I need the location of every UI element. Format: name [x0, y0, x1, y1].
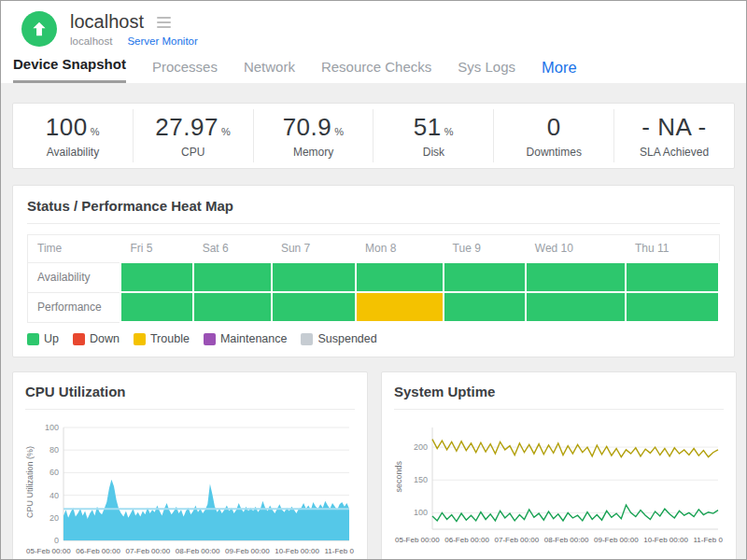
x-tick-label: 09-Feb 00:00 [594, 536, 639, 544]
up-arrow-icon [29, 19, 49, 39]
uptime-chart-xaxis: 05-Feb 00:0006-Feb 00:0007-Feb 00:0008-F… [394, 536, 724, 544]
stat-unit: % [444, 126, 454, 137]
system-uptime-chart: 100150200 [406, 420, 724, 534]
heatmap-col-sun-7: Sun 7 [272, 235, 356, 263]
heatmap-cell-availability-thu-11[interactable] [626, 262, 719, 292]
tab-processes[interactable]: Processes [152, 53, 218, 83]
legend-label: Suspended [317, 332, 376, 345]
legend-label: Up [44, 332, 59, 345]
heatmap-cell-performance-sat-6[interactable] [193, 292, 272, 322]
svg-text:20: 20 [49, 513, 59, 523]
heatmap-cell-availability-mon-8[interactable] [356, 262, 444, 292]
stats-summary-card: 100%Availability27.97%CPU70.9%Memory51%D… [12, 103, 735, 169]
server-monitor-window: localhost localhost Server Monitor Devic… [0, 0, 747, 560]
x-tick-label: 11-Feb 0 [694, 536, 723, 544]
stat-disk: 51%Disk [373, 109, 493, 162]
tab-more[interactable]: More [542, 53, 577, 83]
heatmap-col-mon-8: Mon 8 [356, 235, 444, 263]
x-tick-label: 10-Feb 00:00 [643, 536, 688, 544]
stat-availability: 100%Availability [13, 109, 133, 162]
legend-item-up: Up [27, 332, 59, 345]
heatmap-row-label: Performance [28, 292, 121, 322]
heatmap-legend: UpDownTroubleMaintenanceSuspended [27, 332, 720, 345]
svg-text:60: 60 [49, 468, 59, 477]
stat-downtimes: 0Downtimes [493, 109, 613, 162]
tab-bar: Device SnapshotProcessesNetworkResource … [1, 49, 746, 83]
legend-item-suspended: Suspended [301, 332, 376, 345]
uptime-chart-ylabel: seconds [394, 461, 406, 493]
tab-sys-logs[interactable]: Sys Logs [458, 53, 515, 83]
cpu-chart-ylabel: CPU Utilization (%) [25, 446, 37, 518]
legend-item-maintenance: Maintenance [204, 332, 288, 345]
x-tick-label: 07-Feb 00:00 [126, 547, 171, 555]
svg-text:100: 100 [45, 423, 59, 432]
breadcrumb-device-name: localhost [70, 35, 112, 47]
legend-item-down: Down [73, 332, 120, 345]
svg-text:40: 40 [49, 491, 59, 500]
heatmap-cell-performance-wed-10[interactable] [526, 292, 626, 322]
stat-label: Memory [254, 146, 374, 159]
heatmap-row-performance: Performance [28, 292, 720, 322]
legend-swatch-down [73, 333, 85, 345]
heatmap-cell-availability-sat-6[interactable] [193, 262, 272, 292]
heatmap-cell-availability-tue-9[interactable] [444, 262, 526, 292]
device-status-avatar [21, 11, 57, 47]
stat-value: 0 [494, 113, 613, 142]
heatmap-col-time: Time [28, 235, 121, 263]
legend-label: Down [90, 332, 120, 345]
legend-swatch-up [27, 333, 39, 345]
stat-value: 27.97% [134, 113, 253, 142]
uptime-chart-card: System Uptime seconds 100150200 05-Feb 0… [381, 371, 737, 560]
legend-label: Maintenance [220, 332, 288, 345]
legend-swatch-suspended [301, 333, 313, 345]
heatmap-cell-availability-wed-10[interactable] [526, 262, 626, 292]
x-tick-label: 08-Feb 00:00 [176, 547, 220, 555]
heatmap-header-row: TimeFri 5Sat 6Sun 7Mon 8Tue 9Wed 10Thu 1… [28, 235, 720, 263]
page-title: localhost [70, 11, 144, 33]
heatmap-cell-performance-thu-11[interactable] [626, 292, 719, 322]
breadcrumb: localhost Server Monitor [70, 35, 198, 47]
svg-text:200: 200 [414, 442, 428, 452]
stat-cpu: 27.97%CPU [133, 109, 253, 162]
heatmap-cell-performance-tue-9[interactable] [444, 292, 526, 322]
x-tick-label: 09-Feb 00:00 [225, 547, 270, 555]
x-tick-label: 05-Feb 00:00 [395, 536, 440, 544]
stat-sla-achieved: - NA -SLA Achieved [613, 109, 734, 162]
heatmap-cell-availability-sun-7[interactable] [272, 262, 356, 292]
stat-label: Disk [374, 146, 493, 159]
x-tick-label: 06-Feb 00:00 [444, 536, 489, 544]
stat-label: Availability [13, 146, 133, 159]
heatmap-row-availability: Availability [28, 262, 720, 292]
heatmap-col-fri-5: Fri 5 [120, 235, 192, 263]
heatmap-cell-performance-fri-5[interactable] [120, 292, 192, 322]
svg-text:80: 80 [49, 445, 59, 455]
heatmap-col-thu-11: Thu 11 [626, 235, 719, 263]
stat-value: 51% [374, 113, 493, 142]
x-tick-label: 05-Feb 00:00 [26, 547, 71, 555]
tab-resource-checks[interactable]: Resource Checks [321, 53, 431, 83]
legend-label: Trouble [150, 332, 190, 345]
stat-value: 70.9% [254, 113, 374, 142]
cpu-chart-xaxis: 05-Feb 00:0006-Feb 00:0007-Feb 00:0008-F… [25, 547, 355, 555]
breadcrumb-category-link[interactable]: Server Monitor [127, 35, 197, 47]
stat-label: CPU [134, 146, 253, 159]
tab-network[interactable]: Network [244, 53, 295, 83]
cpu-utilization-chart: 020406080100 [37, 420, 355, 545]
hamburger-menu-icon[interactable] [155, 15, 173, 30]
heatmap-cell-availability-fri-5[interactable] [120, 262, 192, 292]
legend-swatch-trouble [134, 333, 146, 345]
legend-item-trouble: Trouble [134, 332, 190, 345]
heatmap-cell-performance-mon-8[interactable] [356, 292, 444, 322]
heatmap-col-sat-6: Sat 6 [193, 235, 272, 263]
x-tick-label: 06-Feb 00:00 [76, 547, 120, 555]
heatmap-col-tue-9: Tue 9 [444, 235, 526, 263]
stat-unit: % [221, 126, 231, 137]
x-tick-label: 08-Feb 00:00 [544, 536, 589, 544]
heatmap-cell-performance-sun-7[interactable] [272, 292, 356, 322]
stat-unit: % [91, 126, 100, 137]
tab-device-snapshot[interactable]: Device Snapshot [13, 50, 126, 83]
content-area: 100%Availability27.97%CPU70.9%Memory51%D… [1, 83, 746, 560]
heatmap-table: TimeFri 5Sat 6Sun 7Mon 8Tue 9Wed 10Thu 1… [27, 234, 720, 323]
heatmap-title: Status / Performance Heat Map [27, 198, 720, 224]
stat-label: SLA Achieved [614, 146, 734, 159]
